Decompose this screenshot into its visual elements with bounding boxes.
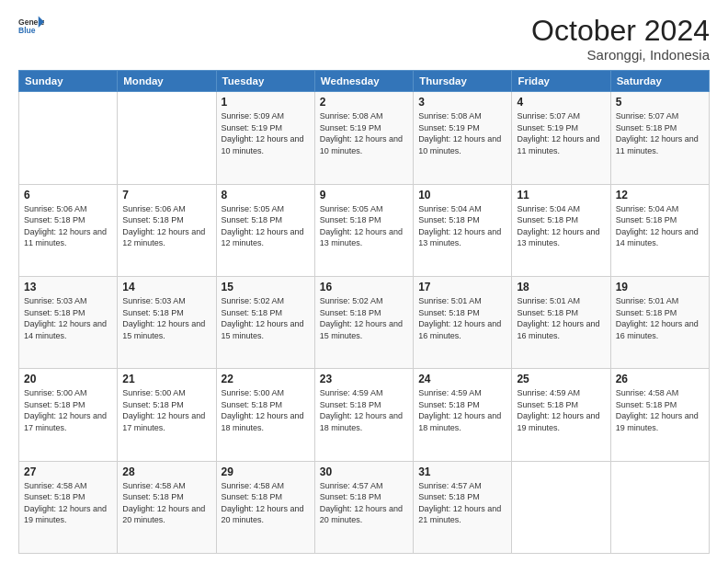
day-cell: 24Sunrise: 4:59 AM Sunset: 5:18 PM Dayli… [414,369,512,461]
header-thursday: Thursday [414,71,512,92]
day-number: 27 [24,465,112,478]
day-info: Sunrise: 4:59 AM Sunset: 5:18 PM Dayligh… [418,387,506,433]
day-info: Sunrise: 5:03 AM Sunset: 5:18 PM Dayligh… [24,295,112,341]
day-info: Sunrise: 4:59 AM Sunset: 5:18 PM Dayligh… [320,387,408,433]
day-info: Sunrise: 5:03 AM Sunset: 5:18 PM Dayligh… [122,295,210,341]
day-number: 22 [222,373,310,385]
day-number: 23 [320,373,408,385]
day-cell: 14Sunrise: 5:03 AM Sunset: 5:18 PM Dayli… [118,276,216,368]
day-number: 4 [517,96,605,109]
day-number: 24 [418,373,506,385]
day-cell: 22Sunrise: 5:00 AM Sunset: 5:18 PM Dayli… [216,369,314,461]
day-cell: 6Sunrise: 5:06 AM Sunset: 5:18 PM Daylig… [19,184,118,276]
day-cell: 2Sunrise: 5:08 AM Sunset: 5:19 PM Daylig… [314,92,413,184]
day-cell: 13Sunrise: 5:03 AM Sunset: 5:18 PM Dayli… [19,276,118,368]
day-info: Sunrise: 5:04 AM Sunset: 5:18 PM Dayligh… [517,203,605,249]
day-number: 3 [418,96,506,109]
day-info: Sunrise: 5:07 AM Sunset: 5:18 PM Dayligh… [616,110,704,156]
week-row-1: 1Sunrise: 5:09 AM Sunset: 5:19 PM Daylig… [19,92,710,184]
day-cell: 17Sunrise: 5:01 AM Sunset: 5:18 PM Dayli… [414,276,512,368]
day-cell: 27Sunrise: 4:58 AM Sunset: 5:18 PM Dayli… [19,461,118,553]
calendar-header: SundayMondayTuesdayWednesdayThursdayFrid… [19,71,710,92]
day-cell: 19Sunrise: 5:01 AM Sunset: 5:18 PM Dayli… [610,276,709,368]
day-info: Sunrise: 5:02 AM Sunset: 5:18 PM Dayligh… [222,295,310,341]
day-number: 14 [122,281,210,293]
day-number: 1 [222,96,310,109]
day-info: Sunrise: 5:04 AM Sunset: 5:18 PM Dayligh… [418,203,506,249]
day-number: 8 [222,189,310,201]
day-info: Sunrise: 5:01 AM Sunset: 5:18 PM Dayligh… [418,295,506,341]
day-number: 28 [122,465,210,478]
day-number: 9 [320,189,408,201]
day-cell: 18Sunrise: 5:01 AM Sunset: 5:18 PM Dayli… [512,276,610,368]
day-cell [19,92,118,184]
day-number: 17 [418,281,506,293]
day-info: Sunrise: 5:06 AM Sunset: 5:18 PM Dayligh… [24,203,112,249]
week-row-5: 27Sunrise: 4:58 AM Sunset: 5:18 PM Dayli… [19,461,710,553]
day-number: 7 [122,189,210,201]
day-cell: 23Sunrise: 4:59 AM Sunset: 5:18 PM Dayli… [314,369,413,461]
day-cell: 21Sunrise: 5:00 AM Sunset: 5:18 PM Dayli… [118,369,216,461]
day-cell: 7Sunrise: 5:06 AM Sunset: 5:18 PM Daylig… [118,184,216,276]
day-cell [512,461,610,553]
day-info: Sunrise: 4:58 AM Sunset: 5:18 PM Dayligh… [24,480,112,526]
day-cell: 29Sunrise: 4:58 AM Sunset: 5:18 PM Dayli… [216,461,314,553]
calendar-body: 1Sunrise: 5:09 AM Sunset: 5:19 PM Daylig… [19,92,710,554]
day-info: Sunrise: 5:08 AM Sunset: 5:19 PM Dayligh… [320,110,408,156]
day-info: Sunrise: 5:08 AM Sunset: 5:19 PM Dayligh… [418,110,506,156]
day-number: 18 [517,281,605,293]
week-row-4: 20Sunrise: 5:00 AM Sunset: 5:18 PM Dayli… [19,369,710,461]
week-row-3: 13Sunrise: 5:03 AM Sunset: 5:18 PM Dayli… [19,276,710,368]
day-number: 5 [616,96,704,109]
day-cell: 26Sunrise: 4:58 AM Sunset: 5:18 PM Dayli… [610,369,709,461]
day-cell: 9Sunrise: 5:05 AM Sunset: 5:18 PM Daylig… [314,184,413,276]
day-cell: 31Sunrise: 4:57 AM Sunset: 5:18 PM Dayli… [414,461,512,553]
day-number: 21 [122,373,210,385]
day-cell: 12Sunrise: 5:04 AM Sunset: 5:18 PM Dayli… [610,184,709,276]
day-info: Sunrise: 4:57 AM Sunset: 5:18 PM Dayligh… [320,480,408,526]
header: General Blue October 2024 Saronggi, Indo… [18,15,710,63]
day-cell: 8Sunrise: 5:05 AM Sunset: 5:18 PM Daylig… [216,184,314,276]
day-number: 31 [418,465,506,478]
day-info: Sunrise: 5:05 AM Sunset: 5:18 PM Dayligh… [320,203,408,249]
header-monday: Monday [118,71,216,92]
day-info: Sunrise: 4:59 AM Sunset: 5:18 PM Dayligh… [517,387,605,433]
day-cell: 5Sunrise: 5:07 AM Sunset: 5:18 PM Daylig… [610,92,709,184]
day-info: Sunrise: 4:58 AM Sunset: 5:18 PM Dayligh… [616,387,704,433]
day-number: 2 [320,96,408,109]
day-number: 26 [616,373,704,385]
day-cell: 20Sunrise: 5:00 AM Sunset: 5:18 PM Dayli… [19,369,118,461]
day-number: 11 [517,189,605,201]
day-cell: 25Sunrise: 4:59 AM Sunset: 5:18 PM Dayli… [512,369,610,461]
day-info: Sunrise: 5:05 AM Sunset: 5:18 PM Dayligh… [222,203,310,249]
title-block: October 2024 Saronggi, Indonesia [531,15,710,63]
header-tuesday: Tuesday [216,71,314,92]
day-header-row: SundayMondayTuesdayWednesdayThursdayFrid… [19,71,710,92]
calendar-table: SundayMondayTuesdayWednesdayThursdayFrid… [18,70,710,554]
day-cell [610,461,709,553]
day-cell: 4Sunrise: 5:07 AM Sunset: 5:19 PM Daylig… [512,92,610,184]
svg-text:Blue: Blue [18,26,36,35]
day-info: Sunrise: 5:06 AM Sunset: 5:18 PM Dayligh… [122,203,210,249]
calendar-title: October 2024 [531,15,710,47]
day-cell: 16Sunrise: 5:02 AM Sunset: 5:18 PM Dayli… [314,276,413,368]
day-info: Sunrise: 5:04 AM Sunset: 5:18 PM Dayligh… [616,203,704,249]
day-cell: 30Sunrise: 4:57 AM Sunset: 5:18 PM Dayli… [314,461,413,553]
day-number: 20 [24,373,112,385]
day-info: Sunrise: 4:58 AM Sunset: 5:18 PM Dayligh… [222,480,310,526]
day-number: 19 [616,281,704,293]
day-cell: 1Sunrise: 5:09 AM Sunset: 5:19 PM Daylig… [216,92,314,184]
day-info: Sunrise: 5:00 AM Sunset: 5:18 PM Dayligh… [24,387,112,433]
day-number: 25 [517,373,605,385]
day-info: Sunrise: 5:01 AM Sunset: 5:18 PM Dayligh… [616,295,704,341]
header-saturday: Saturday [610,71,709,92]
header-wednesday: Wednesday [314,71,413,92]
day-cell [118,92,216,184]
day-cell: 10Sunrise: 5:04 AM Sunset: 5:18 PM Dayli… [414,184,512,276]
page: General Blue October 2024 Saronggi, Indo… [0,0,728,563]
day-cell: 15Sunrise: 5:02 AM Sunset: 5:18 PM Dayli… [216,276,314,368]
day-cell: 28Sunrise: 4:58 AM Sunset: 5:18 PM Dayli… [118,461,216,553]
day-info: Sunrise: 5:00 AM Sunset: 5:18 PM Dayligh… [122,387,210,433]
logo: General Blue [18,15,44,40]
week-row-2: 6Sunrise: 5:06 AM Sunset: 5:18 PM Daylig… [19,184,710,276]
